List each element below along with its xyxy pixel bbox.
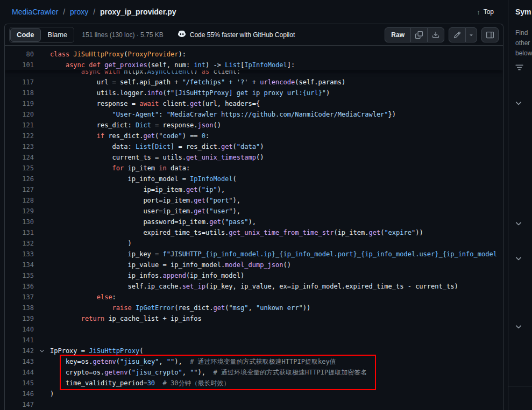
line-number[interactable]: 122 [5,131,34,141]
line-number[interactable]: 134 [5,260,34,270]
line-number[interactable]: 128 [5,195,34,206]
code-line-content: async def get_proxies(self, num: int) ->… [50,60,503,70]
code-line: 117 url = self.api_path + "/fetchips" + … [5,77,503,88]
breadcrumb-separator: / [93,8,95,16]
copilot-banner[interactable]: Code 55% faster with GitHub Copilot [178,30,295,40]
symbols-panel-button[interactable] [481,27,499,42]
line-number[interactable]: 146 [5,389,34,399]
code-line: 146) [5,389,503,399]
line-number[interactable]: 126 [5,174,34,184]
breadcrumb-folder-link[interactable]: proxy [70,8,88,16]
gutter-spacer [34,206,50,217]
code-line: 121 res_dict: Dict = response.json() [5,120,503,131]
line-number[interactable]: 124 [5,152,34,163]
breadcrumb-separator: / [63,8,65,16]
line-number[interactable]: 133 [5,249,34,260]
symbols-description-line: other [515,38,532,48]
line-number[interactable]: 131 [5,227,34,238]
gutter-spacer [34,292,50,303]
code-line-content: ip_infos.append(ip_info_model) [50,270,503,281]
edit-dropdown-button[interactable] [465,27,477,42]
code-line-content: for ip_item in data: [50,163,503,174]
tab-code[interactable]: Code [10,28,41,42]
line-number[interactable]: 147 [5,399,34,410]
gutter-spacer [34,217,50,227]
line-number[interactable]: 141 [5,335,34,346]
collapse-chevron-icon[interactable] [34,346,50,356]
gutter-spacer [34,77,50,88]
code-line-content: ip_key = f"JISUHTTP_{ip_info_model.ip}_{… [50,249,503,260]
download-button[interactable] [427,27,444,42]
sidebar-divider [508,386,532,386]
line-number[interactable]: 123 [5,141,34,152]
code-line-content: data: List[Dict] = res_dict.get("data") [50,141,503,152]
code-line-content: "User-Agent": "MediaCrawler https://gith… [50,109,503,120]
code-line: 145 time_validity_period=30 # 30分钟（最长时效） [5,378,503,389]
gutter-spacer [34,249,50,260]
line-number[interactable]: 127 [5,184,34,195]
line-number[interactable]: 119 [5,98,34,109]
gutter-spacer [34,174,50,184]
code-line-content: ) [50,389,503,399]
line-number[interactable]: 80 [5,49,34,60]
line-number[interactable]: 143 [5,356,34,367]
gutter-spacer [34,120,50,131]
gutter-spacer [34,60,50,70]
symbol-group-toggle[interactable] [514,322,523,331]
gutter-spacer [34,184,50,195]
symbol-group-toggle[interactable] [514,99,523,107]
line-number[interactable]: 136 [5,281,34,292]
gutter-spacer [34,356,50,367]
code-line-content [50,399,503,410]
line-number[interactable]: 144 [5,367,34,378]
line-number[interactable]: 132 [5,238,34,249]
copy-raw-button[interactable] [410,27,428,42]
code-line: 140 [5,324,503,335]
code-line: 123 data: List[Dict] = res_dict.get("dat… [5,141,503,152]
filter-icon [515,64,524,74]
code-line: 126 ip_info_model = IpInfoModel( [5,174,503,184]
code-line-content: response = await client.get(url, headers… [50,98,503,109]
line-number[interactable]: 130 [5,217,34,227]
code-line: 131 expired_time_ts=utils.get_unix_time_… [5,227,503,238]
tab-blame[interactable]: Blame [41,27,74,42]
edit-button-group [449,27,477,42]
code-line: 122 if res_dict.get("code") == 0: [5,131,503,141]
line-number[interactable]: 135 [5,270,34,281]
symbols-panel-icon [486,31,494,39]
line-number[interactable]: 138 [5,303,34,313]
arrow-up-icon: ↑ [477,8,480,16]
code-line-content: key=os.getenv("jisu_key", ""), # 通过环境变量的… [50,356,503,367]
code-line-content: user=ip_item.get("user"), [50,206,503,217]
line-number[interactable]: 139 [5,313,34,324]
filter-symbols-input[interactable] [515,63,524,74]
symbols-sidebar: Sym Find other below [508,0,532,410]
file-header: MediaCrawler / proxy / proxy_ip_provider… [0,0,508,24]
line-number[interactable]: 117 [5,77,34,88]
line-number[interactable]: 125 [5,163,34,174]
back-to-top-button[interactable]: ↑ Top [477,8,494,16]
code-line-content: ip_info_model = IpInfoModel( [50,174,503,184]
raw-button[interactable]: Raw [385,27,411,42]
symbols-panel-description: Find other below [515,28,532,59]
code-line-content: IpProxy = JiSuHttpProxy( [50,346,503,356]
line-number[interactable]: 140 [5,324,34,335]
line-number[interactable]: 142 [5,346,34,356]
line-number[interactable]: 118 [5,88,34,98]
triangle-down-icon [468,32,474,38]
symbol-group-toggle[interactable] [514,219,523,228]
symbols-description-line: below [515,48,532,59]
line-number[interactable]: 145 [5,378,34,389]
code-line-content: expired_time_ts=utils.get_unix_time_from… [50,227,503,238]
line-number[interactable]: 129 [5,206,34,217]
line-number[interactable]: 137 [5,292,34,303]
gutter-spacer [34,270,50,281]
line-number[interactable]: 101 [5,60,34,70]
code-line: 142IpProxy = JiSuHttpProxy( [5,346,503,356]
symbol-group-toggle[interactable] [514,254,523,263]
breadcrumb-repo-link[interactable]: MediaCrawler [12,8,58,16]
edit-button[interactable] [449,27,466,42]
gutter-spacer [34,399,50,410]
line-number[interactable]: 121 [5,120,34,131]
line-number[interactable]: 120 [5,109,34,120]
